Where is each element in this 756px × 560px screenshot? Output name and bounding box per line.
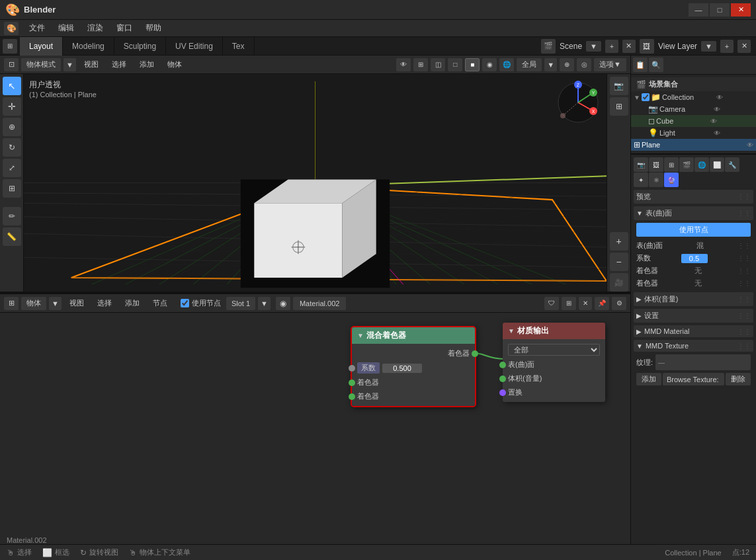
node-pin-btn[interactable]: 📌 <box>595 297 609 310</box>
node-select-btn[interactable]: 选择 <box>92 297 117 310</box>
texture-remove-btn[interactable]: 删除 <box>726 373 751 385</box>
material-sphere-icon[interactable]: ◉ <box>276 297 290 310</box>
maximize-button[interactable]: □ <box>710 3 730 17</box>
slot-selector[interactable]: Slot 1 <box>226 297 255 310</box>
axis-gizmo[interactable]: Z X Y <box>555 79 601 126</box>
props-modifier-icon[interactable]: 🔧 <box>725 157 739 172</box>
status-rotate[interactable]: ↻ 旋转视图 <box>80 547 118 557</box>
tab-tex[interactable]: Tex <box>223 37 255 56</box>
mix-factor-input-socket[interactable] <box>349 365 355 372</box>
status-select[interactable]: 🖱 选择 <box>7 547 32 557</box>
outliner-item-light[interactable]: ▶ 💡 Light 👁 <box>631 127 756 139</box>
scene-browse-btn[interactable]: ▼ <box>586 41 601 52</box>
volume-header[interactable]: ▶ 体积(音量) ⋮⋮ <box>634 292 753 306</box>
node-view-btn[interactable]: 视图 <box>64 297 89 310</box>
status-box-select[interactable]: ⬜ 框选 <box>42 547 69 557</box>
snapping-icon[interactable]: ⊕ <box>560 58 574 71</box>
object-mode-btn[interactable]: 物体模式 <box>21 58 61 71</box>
node-editor[interactable]: ⊞ 物体 ▼ 视图 选择 添加 节点 使用节点 Slot 1 ▼ ◉ Mater… <box>0 293 630 544</box>
measure-btn[interactable]: 📏 <box>3 227 21 246</box>
viewport-mode-icon[interactable]: ⊡ <box>4 58 19 71</box>
factor-input[interactable] <box>681 254 708 263</box>
cube-eye-icon[interactable]: 👁 <box>710 118 717 125</box>
mat-collapse-icon[interactable]: ▼ <box>508 327 515 335</box>
options-btn[interactable]: 选项▼ <box>594 58 626 71</box>
shading-material-btn[interactable]: ◉ <box>482 58 497 71</box>
use-nodes-btn[interactable]: 使用节点 <box>636 223 751 237</box>
texture-browse-btn[interactable]: Browse Texture: <box>663 373 724 385</box>
tab-uv-editing[interactable]: UV Editing <box>166 37 223 56</box>
menu-edit[interactable]: 编辑 <box>52 20 81 37</box>
move-tool-btn[interactable]: ⊕ <box>3 118 21 136</box>
light-eye-icon[interactable]: 👁 <box>714 130 720 137</box>
viewport-grid-btn[interactable]: ⊞ <box>610 97 628 116</box>
select-tool-btn[interactable]: ↖ <box>3 77 21 95</box>
tab-modeling[interactable]: Modeling <box>63 37 114 56</box>
annotate-btn[interactable]: ✏ <box>3 207 21 225</box>
viewlayer-new-btn[interactable]: + <box>720 40 734 53</box>
menu-file[interactable]: 文件 <box>22 20 52 37</box>
global-dropdown[interactable]: ▼ <box>544 58 557 71</box>
scene-del-btn[interactable]: ✕ <box>622 40 636 53</box>
camera-eye-icon[interactable]: 👁 <box>714 106 720 113</box>
zoom-out-btn[interactable]: − <box>610 253 628 271</box>
mix-output-socket[interactable] <box>472 350 478 357</box>
collection-visible-check[interactable] <box>642 93 650 101</box>
node-object-mode[interactable]: 物体 <box>21 297 46 310</box>
surface-header[interactable]: ▼ 表(曲)面 ⋮⋮ <box>634 206 753 220</box>
outliner-item-camera[interactable]: ▶ 📷 Camera 👁 <box>631 103 756 115</box>
node-add-btn[interactable]: 添加 <box>120 297 145 310</box>
zoom-in-btn[interactable]: + <box>610 232 628 251</box>
overlay-icon[interactable]: ⊞ <box>413 58 428 71</box>
mat-disp-socket[interactable] <box>499 389 506 396</box>
mix-shader2-socket[interactable] <box>349 393 355 400</box>
viewlayer-icon[interactable]: 🖼 <box>640 39 654 54</box>
settings-header[interactable]: ▶ 设置 ⋮⋮ <box>634 309 753 323</box>
minimize-button[interactable]: — <box>689 3 708 17</box>
slot-dropdown[interactable]: ▼ <box>258 297 271 310</box>
transform-tool-btn[interactable]: ⊞ <box>3 179 21 198</box>
menu-help[interactable]: 帮助 <box>139 20 168 37</box>
mix-shader1-socket[interactable] <box>349 380 355 386</box>
shading-wire-btn[interactable]: □ <box>448 58 462 71</box>
viewlayer-browse-btn[interactable]: ▼ <box>701 41 716 52</box>
props-physics-icon[interactable]: ⚛ <box>649 173 663 187</box>
node-object-dropdown[interactable]: ▼ <box>49 297 62 310</box>
tab-sculpting[interactable]: Sculpting <box>114 37 166 56</box>
node-canvas[interactable]: ▼ 混合着色器 着色器 系数 <box>0 313 630 544</box>
props-output-icon[interactable]: 🖼 <box>649 157 663 172</box>
outliner-item-plane[interactable]: ⊞ Plane 👁 <box>631 139 756 151</box>
menu-select-btn[interactable]: 选择 <box>106 58 132 71</box>
menu-window[interactable]: 窗口 <box>110 20 139 37</box>
props-world-icon[interactable]: 🌐 <box>694 157 709 172</box>
mix-collapse-icon[interactable]: ▼ <box>357 332 364 339</box>
outliner-item-cube[interactable]: ▶ ◻ Cube 👁 <box>631 115 756 127</box>
shading-render-btn[interactable]: 🌐 <box>499 58 514 71</box>
mmd-material-header[interactable]: ▶ MMD Material ⋮⋮ <box>634 325 753 337</box>
viewlayer-del-btn[interactable]: ✕ <box>737 40 751 53</box>
rotate-tool-btn[interactable]: ↻ <box>3 138 21 157</box>
use-nodes-checkbox[interactable] <box>181 299 189 307</box>
menu-render[interactable]: 渲染 <box>81 20 110 37</box>
mat-surface-socket[interactable] <box>499 362 506 368</box>
node-editor-icon[interactable]: ⊞ <box>4 297 19 310</box>
viewport-3d[interactable]: ⊡ 物体模式 ▼ 视图 选择 添加 物体 👁 ⊞ ◫ □ ■ ◉ 🌐 全局 ▼ … <box>0 56 630 293</box>
menu-add-btn[interactable]: 添加 <box>134 58 159 71</box>
workspace-icon-btn[interactable]: ⊞ <box>3 39 17 54</box>
props-particles-icon[interactable]: ✦ <box>634 173 648 187</box>
cursor-tool-btn[interactable]: ✛ <box>3 97 21 116</box>
texture-add-btn[interactable]: 添加 <box>636 373 661 385</box>
props-obj-icon[interactable]: ⬜ <box>710 157 724 172</box>
material-output-node[interactable]: ▼ 材质输出 全部 表(曲)面 <box>503 323 605 402</box>
mix-factor-value[interactable] <box>382 364 422 373</box>
viewport-camera-btn[interactable]: 📷 <box>610 77 628 95</box>
close-button[interactable]: ✕ <box>731 3 751 17</box>
node-settings-btn[interactable]: ⚙ <box>612 297 626 310</box>
outliner-item-collection[interactable]: ▼ 📁 Collection 👁 <box>631 91 756 103</box>
xray-icon[interactable]: ◫ <box>431 58 445 71</box>
search-icon-btn[interactable]: 🔍 <box>649 58 663 72</box>
mat-volume-socket[interactable] <box>499 376 506 382</box>
scale-tool-btn[interactable]: ⤢ <box>3 159 21 177</box>
mix-shader-node[interactable]: ▼ 混合着色器 着色器 系数 <box>351 326 476 407</box>
plane-eye-icon[interactable]: 👁 <box>747 141 753 149</box>
